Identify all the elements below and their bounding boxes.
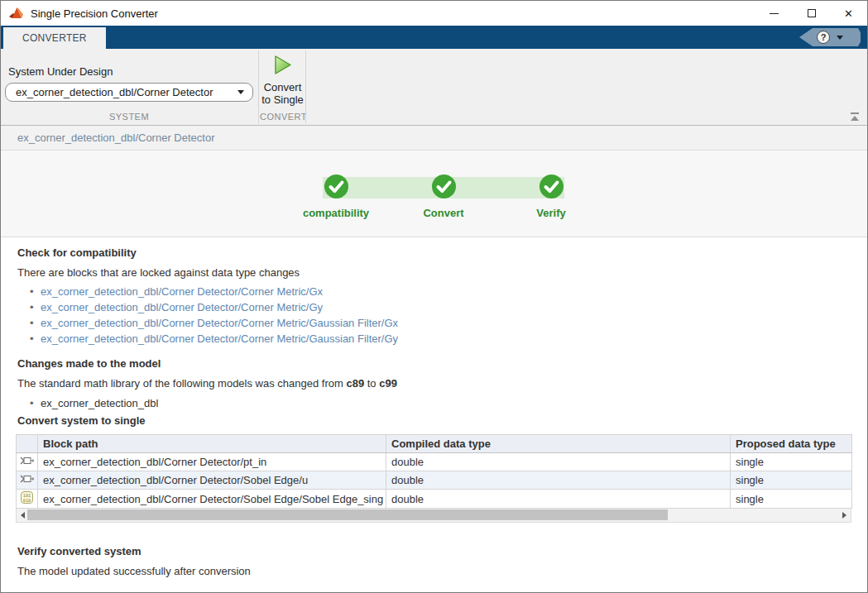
cell-compiled: double (386, 471, 731, 490)
step-convert: Convert (394, 174, 493, 219)
changes-text: The standard math library of the followi… (17, 377, 851, 390)
system-under-design-label: System Under Design (8, 65, 113, 78)
progress-steps: compatibility Convert Verify (1, 151, 867, 237)
report-content: Check for compatibility There are blocks… (1, 237, 867, 592)
system-dropdown-value: ex_corner_detection_dbl/Corner Detector (16, 86, 237, 98)
table-row[interactable]: ex_corner_detection_dbl/Corner Detector/… (17, 471, 852, 490)
close-icon: ✕ (844, 8, 853, 19)
close-button[interactable]: ✕ (830, 1, 867, 26)
svg-text:101: 101 (23, 493, 31, 498)
convert-heading: Convert system to single (17, 414, 851, 427)
system-section-label: SYSTEM (1, 112, 257, 122)
cell-proposed: single (731, 490, 852, 509)
lib-from: c89 (346, 377, 364, 390)
check-circle-icon (324, 174, 349, 202)
minimize-button[interactable] (755, 1, 793, 26)
help-icon: ? (817, 31, 830, 44)
verify-heading: Verify converted system (17, 545, 851, 557)
compatibility-text: There are blocks that are locked against… (17, 266, 851, 279)
list-item: ex_corner_detection_dbl (17, 395, 851, 411)
list-item: ex_corner_detection_dbl/Corner Detector/… (17, 331, 851, 347)
help-button[interactable]: ? (799, 28, 861, 46)
check-circle-icon (539, 174, 564, 202)
locked-blocks-list: ex_corner_detection_dbl/Corner Detector/… (17, 284, 851, 347)
toolbar-separator (258, 50, 259, 123)
maximize-icon (808, 9, 816, 17)
table-header-row: Block path Compiled data type Proposed d… (17, 435, 852, 453)
play-icon (271, 54, 294, 79)
cell-block-path: ex_corner_detection_dbl/Corner Detector/… (38, 490, 386, 509)
table-row[interactable]: ex_corner_detection_dbl/Corner Detector/… (17, 453, 852, 471)
tab-converter[interactable]: CONVERTER (3, 27, 106, 49)
icon-column-header (17, 435, 38, 453)
cell-block-path: ex_corner_detection_dbl/Corner Detector/… (38, 453, 386, 471)
changes-heading: Changes made to the model (17, 357, 851, 370)
block-link[interactable]: ex_corner_detection_dbl/Corner Detector/… (41, 317, 398, 329)
window-title: Single Precision Converter (31, 7, 158, 20)
cell-compiled: double (386, 490, 731, 509)
toolbar-separator (305, 50, 306, 123)
list-item: ex_corner_detection_dbl/Corner Detector/… (17, 299, 851, 315)
list-item: ex_corner_detection_dbl/Corner Detector/… (17, 315, 851, 331)
lib-to: c99 (379, 377, 397, 390)
step-label: Convert (423, 207, 463, 219)
convert-button-label: Convert to Single (261, 81, 305, 106)
column-header-proposed[interactable]: Proposed data type (731, 435, 852, 453)
scroll-left-icon (21, 512, 25, 519)
step-compatibility: compatibility (286, 174, 386, 219)
block-link[interactable]: ex_corner_detection_dbl/Corner Detector/… (41, 301, 323, 313)
chevron-down-icon (837, 36, 843, 40)
list-item: ex_corner_detection_dbl/Corner Detector/… (17, 284, 851, 299)
verify-text: The model updated successfully after con… (17, 565, 851, 577)
changed-models-list: ex_corner_detection_dbl (17, 395, 851, 411)
title-bar: Single Precision Converter ✕ (1, 1, 867, 26)
check-circle-icon (431, 174, 457, 202)
scroll-right-button[interactable] (838, 509, 851, 521)
matlab-logo-icon (8, 7, 24, 20)
scroll-right-icon (842, 512, 846, 519)
step-label: Verify (536, 207, 565, 219)
breadcrumb: ex_corner_detection_dbl/Corner Detector (1, 126, 867, 151)
block-link[interactable]: ex_corner_detection_dbl/Corner Detector/… (41, 285, 323, 298)
window-controls: ✕ (755, 1, 867, 26)
table-row[interactable]: 101010 ex_corner_detection_dbl/Corner De… (17, 490, 852, 509)
toolstrip: System Under Design ex_corner_detection_… (1, 49, 867, 126)
column-header-block-path[interactable]: Block path (38, 435, 386, 453)
maximize-button[interactable] (793, 1, 830, 26)
minimize-icon (770, 13, 779, 14)
scrollbar-thumb[interactable] (27, 509, 668, 520)
changes-text-before: The standard math library of the followi… (17, 377, 346, 390)
cell-proposed: single (731, 453, 852, 471)
binary-block-icon: 101010 (17, 490, 38, 509)
collapse-toolstrip-button[interactable] (849, 112, 861, 122)
block-link[interactable]: ex_corner_detection_dbl/Corner Detector/… (41, 332, 398, 345)
convert-to-single-button[interactable]: Convert to Single (261, 54, 305, 108)
convert-section-label: CONVERT (260, 112, 305, 122)
column-header-compiled[interactable]: Compiled data type (386, 435, 731, 453)
cell-compiled: double (386, 453, 731, 471)
svg-text:010: 010 (23, 498, 31, 503)
compatibility-heading: Check for compatibility (17, 246, 851, 259)
conversion-table: Block path Compiled data type Proposed d… (16, 434, 852, 509)
cell-proposed: single (731, 471, 852, 490)
collapse-toolstrip-icon (851, 112, 859, 114)
dropdown-caret-icon (237, 90, 244, 94)
app-window: Single Precision Converter ✕ CONVERTER ?… (0, 0, 868, 593)
changes-text-between: to (364, 377, 379, 390)
inport-icon (17, 471, 38, 490)
inport-icon (17, 453, 38, 471)
horizontal-scrollbar[interactable] (16, 509, 851, 523)
step-verify: Verify (501, 174, 601, 219)
step-label: compatibility (303, 207, 369, 219)
cell-block-path: ex_corner_detection_dbl/Corner Detector/… (38, 471, 386, 490)
system-dropdown[interactable]: ex_corner_detection_dbl/Corner Detector (5, 83, 253, 102)
ribbon: CONVERTER ? (1, 26, 867, 49)
